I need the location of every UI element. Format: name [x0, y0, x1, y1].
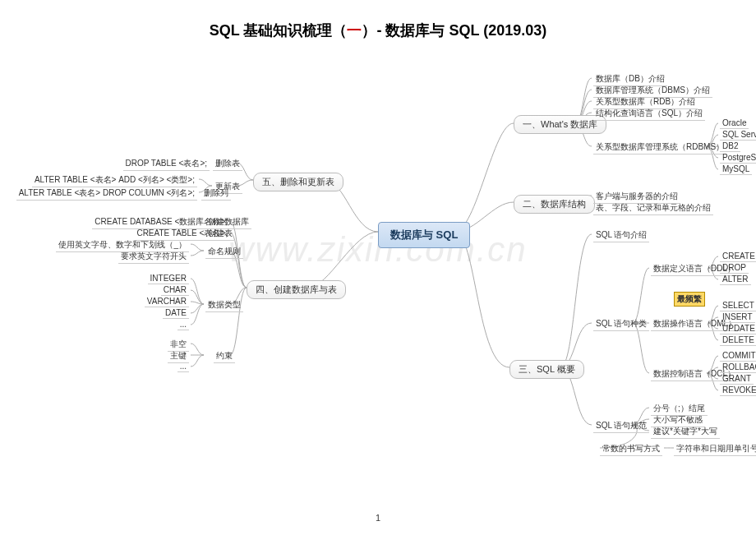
branch-5: 五、删除和更新表 [253, 173, 343, 191]
rdbms-postgresql: PostgreSQL [720, 152, 756, 164]
naming-2: 要求英文字符开头 [118, 250, 189, 264]
b5-drop: 删除表 [213, 157, 242, 171]
rdbms-sqlserver: SQL Server [720, 129, 756, 141]
branch-2: 二、数据库结构 [514, 195, 595, 214]
ddl-create: CREATE [720, 251, 756, 262]
b4-constraints: 约束 [214, 349, 235, 363]
ddl-drop: DROP [720, 262, 749, 274]
dcl-revoke: REVOKE [720, 385, 756, 396]
ddl-alter: ALTER [720, 274, 751, 285]
rule-keyword: 建议*关键字*大写 [651, 425, 720, 439]
dcl-commit: COMMIT [720, 350, 756, 362]
b3-most-frequent: 最频繁 [674, 292, 705, 307]
rule-const-label: 常数的书写方式 [600, 442, 662, 456]
b1-sql: 结构化查询语言（SQL）介绍 [593, 107, 705, 121]
b3-rules: SQL 语句规范 [593, 419, 649, 433]
rdbms-db2: DB2 [720, 141, 740, 152]
dcl-rollback: ROLLBACK [720, 362, 756, 373]
type-integer: INTEGER [148, 273, 189, 284]
b2-table: 表、字段、记录和单元格的介绍 [593, 201, 713, 215]
dml-select: SELECT [720, 300, 756, 311]
rule-const: 字符串和日期用单引号括起来（'） [674, 442, 756, 456]
dml-update: UPDATE [720, 323, 756, 334]
rdbms-oracle: Oracle [720, 118, 749, 129]
type-varchar: VARCHAR [145, 296, 189, 307]
b4-createtable: 创建表 [205, 227, 235, 241]
dcl-grant: GRANT [720, 373, 754, 385]
b3-types: SQL 语句种类 [593, 317, 649, 331]
b3-intro: SQL 语句介绍 [593, 228, 649, 242]
b5-dropcol-sql: ALTER TABLE <表名> DROP COLUMN <列名>; [16, 187, 197, 201]
b5-addcol: ALTER TABLE <表名> ADD <列名> <类型>; [32, 173, 197, 187]
branch-4: 四、创建数据库与表 [247, 280, 346, 299]
dml-insert: INSERT [720, 311, 755, 323]
type-more: ... [177, 319, 189, 330]
dml-delete: DELETE [720, 334, 756, 346]
b5-drop-sql: DROP TABLE <表名>; [123, 157, 210, 171]
b1-rdbms: 关系型数据库管理系统（RDBMS） [593, 141, 726, 155]
branch-3: 三、SQL 概要 [509, 360, 584, 379]
b5-dropcol: 删除列 [201, 187, 231, 201]
b4-types: 数据类型 [205, 298, 243, 312]
b4-naming: 命名规则 [205, 245, 243, 259]
type-date: DATE [163, 307, 189, 319]
type-char: CHAR [161, 284, 189, 296]
cons-more: ... [177, 361, 189, 372]
center-node: 数据库与 SQL [378, 222, 470, 248]
rdbms-mysql: MySQL [720, 164, 752, 175]
